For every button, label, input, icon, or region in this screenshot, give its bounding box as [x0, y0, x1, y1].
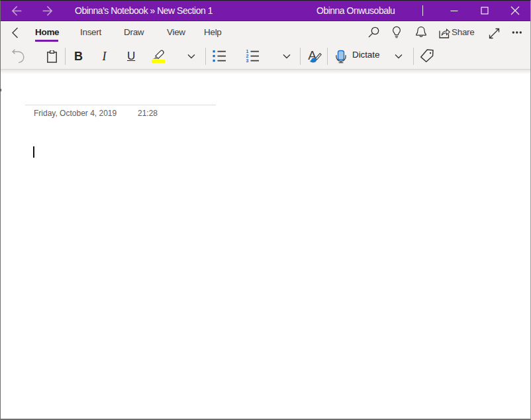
svg-text:2: 2: [246, 54, 249, 58]
svg-text:1: 1: [246, 49, 249, 54]
svg-text:3: 3: [246, 58, 249, 63]
